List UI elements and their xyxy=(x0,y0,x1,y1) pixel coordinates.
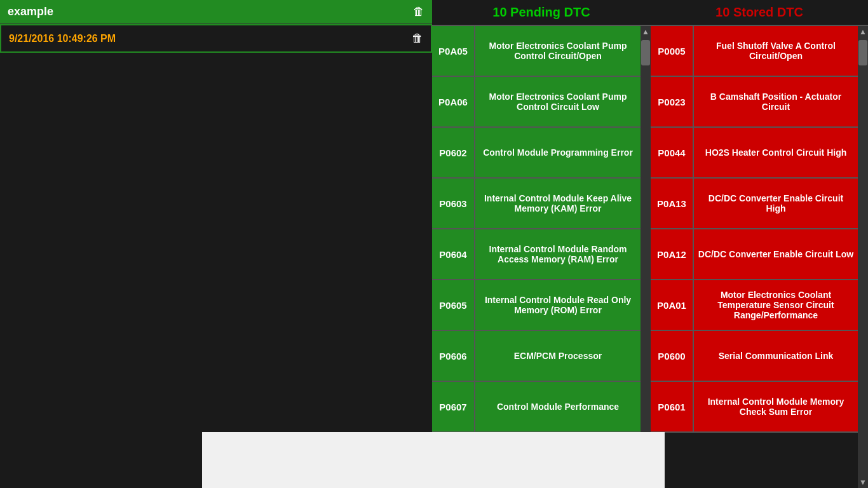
pending-dtc-desc: Control Module Performance xyxy=(475,382,641,431)
pending-dtc-row[interactable]: P0A05 Motor Electronics Coolant Pump Con… xyxy=(432,26,641,77)
pending-dtc-code: P0602 xyxy=(432,128,475,177)
pending-dtc-row[interactable]: P0607 Control Module Performance xyxy=(432,382,641,433)
stored-dtc-row[interactable]: P0601 Internal Control Module Memory Che… xyxy=(651,382,858,433)
date-trash-button[interactable]: 🗑 xyxy=(412,32,423,45)
date-text: 9/21/2016 10:49:26 PM xyxy=(9,33,116,44)
pending-dtc-code: P0604 xyxy=(432,229,475,279)
stored-dtc-desc: HO2S Heater Control Circuit High xyxy=(694,128,858,177)
pending-dtc-list[interactable]: P0A05 Motor Electronics Coolant Pump Con… xyxy=(432,26,641,488)
stored-dtc-row[interactable]: P0005 Fuel Shutoff Valve A Control Circu… xyxy=(651,26,858,77)
stored-dtc-list[interactable]: P0005 Fuel Shutoff Valve A Control Circu… xyxy=(651,26,858,488)
pending-scroll-thumb[interactable] xyxy=(641,40,650,65)
stored-dtc-code: P0023 xyxy=(651,77,694,126)
pending-scrollbar[interactable]: ▲ ▼ xyxy=(641,26,651,488)
pending-dtc-row[interactable]: P0A06 Motor Electronics Coolant Pump Con… xyxy=(432,77,641,128)
pending-scroll-up[interactable]: ▲ xyxy=(641,26,651,37)
header-trash-button[interactable]: 🗑 xyxy=(413,5,424,18)
stored-dtc-desc: B Camshaft Position - Actuator Circuit xyxy=(694,77,858,126)
stored-dtc-row[interactable]: P0A12 DC/DC Converter Enable Circuit Low xyxy=(651,229,858,280)
stored-dtc-code: P0A01 xyxy=(651,280,694,330)
stored-list-container: P0005 Fuel Shutoff Valve A Control Circu… xyxy=(651,26,868,488)
pending-dtc-row[interactable]: P0605 Internal Control Module Read Only … xyxy=(432,280,641,331)
stored-header: 10 Stored DTC xyxy=(651,0,868,26)
stored-dtc-desc: Internal Control Module Memory Check Sum… xyxy=(694,382,858,431)
date-bar: 9/21/2016 10:49:26 PM 🗑 xyxy=(0,24,432,53)
pending-dtc-desc: Motor Electronics Coolant Pump Control C… xyxy=(475,77,641,126)
stored-dtc-code: P0005 xyxy=(651,26,694,76)
pending-dtc-row[interactable]: P0602 Control Module Programming Error xyxy=(432,128,641,179)
pending-dtc-row[interactable]: P0603 Internal Control Module Keep Alive… xyxy=(432,179,641,229)
stored-dtc-desc: DC/DC Converter Enable Circuit Low xyxy=(694,229,858,279)
main-content: example 🗑 9/21/2016 10:49:26 PM 🗑 10 Pen… xyxy=(0,0,868,488)
pending-dtc-row[interactable]: P0606 ECM/PCM Processor xyxy=(432,331,641,382)
stored-dtc-row[interactable]: P0A01 Motor Electronics Coolant Temperat… xyxy=(651,280,858,331)
stored-dtc-code: P0044 xyxy=(651,128,694,177)
stored-dtc-desc: DC/DC Converter Enable Circuit High xyxy=(694,179,858,228)
stored-dtc-row[interactable]: P0044 HO2S Heater Control Circuit High xyxy=(651,128,858,179)
left-panel: example 🗑 9/21/2016 10:49:26 PM 🗑 xyxy=(0,0,432,488)
stored-dtc-desc: Fuel Shutoff Valve A Control Circuit/Ope… xyxy=(694,26,858,76)
stored-section: 10 Stored DTC P0005 Fuel Shutoff Valve A… xyxy=(651,0,868,488)
pending-list-container: P0A05 Motor Electronics Coolant Pump Con… xyxy=(432,26,651,488)
stored-dtc-desc: Motor Electronics Coolant Temperature Se… xyxy=(694,280,858,330)
stored-dtc-code: P0A13 xyxy=(651,179,694,228)
pending-dtc-desc: Motor Electronics Coolant Pump Control C… xyxy=(475,26,641,76)
stored-dtc-row[interactable]: P0600 Serial Communication Link xyxy=(651,331,858,382)
stored-scroll-up[interactable]: ▲ xyxy=(858,26,868,37)
pending-dtc-desc: Internal Control Module Random Access Me… xyxy=(475,229,641,279)
pending-dtc-code: P0603 xyxy=(432,179,475,228)
pending-dtc-desc: ECM/PCM Processor xyxy=(475,331,641,381)
pending-dtc-code: P0A06 xyxy=(432,77,475,126)
pending-dtc-code: P0A05 xyxy=(432,26,475,76)
pending-dtc-code: P0605 xyxy=(432,280,475,330)
stored-dtc-desc: Serial Communication Link xyxy=(694,331,858,381)
stored-dtc-code: P0601 xyxy=(651,382,694,431)
stored-dtc-code: P0A12 xyxy=(651,229,694,279)
stored-dtc-row[interactable]: P0A13 DC/DC Converter Enable Circuit Hig… xyxy=(651,179,858,229)
pending-dtc-code: P0606 xyxy=(432,331,475,381)
bottom-area xyxy=(202,432,665,488)
stored-scrollbar[interactable]: ▲ ▼ xyxy=(858,26,868,488)
pending-header: 10 Pending DTC xyxy=(432,0,651,26)
app-title: example xyxy=(8,5,53,18)
stored-scroll-thumb[interactable] xyxy=(858,40,867,65)
stored-dtc-row[interactable]: P0023 B Camshaft Position - Actuator Cir… xyxy=(651,77,858,128)
pending-dtc-row[interactable]: P0604 Internal Control Module Random Acc… xyxy=(432,229,641,280)
pending-dtc-desc: Internal Control Module Read Only Memory… xyxy=(475,280,641,330)
pending-dtc-desc: Control Module Programming Error xyxy=(475,128,641,177)
header-bar: example 🗑 xyxy=(0,0,432,24)
pending-dtc-code: P0607 xyxy=(432,382,475,431)
pending-section: 10 Pending DTC P0A05 Motor Electronics C… xyxy=(432,0,651,488)
pending-dtc-desc: Internal Control Module Keep Alive Memor… xyxy=(475,179,641,228)
stored-dtc-code: P0600 xyxy=(651,331,694,381)
stored-scroll-down[interactable]: ▼ xyxy=(858,477,868,488)
